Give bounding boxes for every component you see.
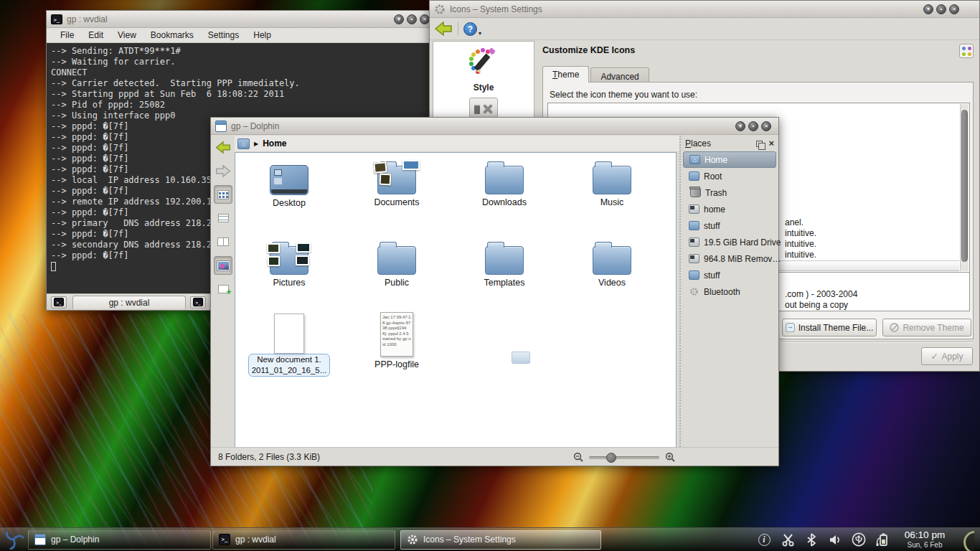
menu-view[interactable]: View	[111, 29, 143, 42]
menu-help[interactable]: Help	[247, 29, 278, 42]
volume-icon[interactable]	[828, 532, 842, 547]
minimize-button[interactable]: ▾	[735, 121, 745, 131]
menu-bookmarks[interactable]: Bookmarks	[144, 29, 200, 42]
scrollbar-thumb[interactable]	[961, 110, 968, 262]
file-label-selected: New document 1. 2011_01_20_16_5...	[248, 354, 331, 377]
menu-file[interactable]: File	[54, 29, 80, 42]
close-panel-icon[interactable]: ×	[768, 140, 774, 147]
places-item-stuff-2[interactable]: stuff	[683, 267, 776, 283]
back-button[interactable]	[214, 138, 232, 156]
folder-item-pictures[interactable]: Pictures	[239, 239, 339, 288]
folder-item-downloads[interactable]: Downloads	[454, 159, 555, 207]
places-label: Trash	[705, 188, 727, 198]
details-view-button[interactable]	[214, 209, 232, 227]
preview-button[interactable]	[214, 256, 232, 275]
help-button[interactable]: ?	[463, 22, 477, 36]
maximize-button[interactable]: •	[936, 4, 946, 14]
zoom-out-icon[interactable]	[573, 452, 584, 463]
forward-button[interactable]	[214, 161, 232, 180]
places-item-home-device[interactable]: home	[683, 201, 776, 217]
places-item-removable[interactable]: 964.8 MiB Remov…	[683, 250, 776, 267]
konsole-tab[interactable]: gp : wvdial	[72, 296, 186, 309]
overview-button[interactable]	[959, 44, 974, 58]
settings-titlebar[interactable]: Icons – System Settings	[430, 1, 979, 18]
settings-title: Icons – System Settings	[450, 4, 542, 14]
tab-advanced[interactable]: Advanced	[590, 67, 649, 83]
tab-theme[interactable]: Theme	[542, 66, 589, 83]
klipper-icon[interactable]	[781, 532, 795, 547]
columns-view-button[interactable]	[214, 232, 232, 251]
places-label: stuff	[704, 270, 720, 281]
digital-clock[interactable]: 06:10 pm Sun, 6 Feb	[899, 529, 951, 549]
folder-label: Documents	[374, 197, 419, 207]
dolphin-icon	[215, 121, 227, 132]
close-button[interactable]: ×	[761, 121, 771, 131]
close-button[interactable]: ×	[420, 14, 430, 24]
file-item-new-document[interactable]: New document 1. 2011_01_20_16_5...	[239, 312, 339, 377]
menu-settings[interactable]: Settings	[202, 29, 245, 42]
maximize-button[interactable]: •	[407, 14, 417, 24]
clock-date: Sun, 6 Feb	[899, 541, 951, 550]
install-theme-button[interactable]: Install Theme File...	[782, 319, 877, 336]
usb-device-icon[interactable]	[852, 532, 866, 547]
bluetooth-icon[interactable]	[804, 532, 819, 547]
document-icon	[274, 314, 304, 354]
dolphin-titlebar[interactable]: gp – Dolphin	[211, 118, 778, 135]
usb-glyph	[852, 532, 866, 547]
maximize-button[interactable]: •	[748, 121, 758, 131]
folder-item-documents[interactable]: Documents	[347, 159, 447, 207]
places-item-bluetooth[interactable]: Bluetooth	[683, 283, 776, 300]
task-system-settings[interactable]: Icons – System Settings	[400, 530, 601, 550]
places-item-trash[interactable]: Trash	[683, 184, 776, 201]
folder-item-videos[interactable]: Videos	[562, 239, 662, 288]
places-item-stuff[interactable]: stuff	[683, 217, 776, 234]
back-button[interactable]	[434, 21, 453, 37]
breadcrumb-home[interactable]: Home	[263, 138, 286, 149]
folder-item-templates[interactable]: Templates	[454, 239, 555, 288]
task-konsole[interactable]: >_ gp : wvdial	[212, 530, 395, 550]
places-item-home[interactable]: ⌂ Home	[683, 151, 776, 168]
minimize-button[interactable]: ▾	[394, 14, 404, 24]
install-icon	[786, 323, 795, 332]
folder-item-music[interactable]: Music	[562, 159, 662, 207]
help-dropdown-icon[interactable]: ▾	[479, 30, 481, 37]
places-item-root[interactable]: Root	[683, 168, 776, 184]
folder-item-public[interactable]: Public	[347, 239, 447, 288]
details-view-icon	[218, 214, 229, 222]
task-dolphin[interactable]: gp – Dolphin	[28, 530, 211, 550]
file-item-ppp-logfile[interactable]: Jan 17 09:47:18 gp-Aspire-5738 pppd[1946…	[347, 312, 447, 369]
panel-toolbox-cashew[interactable]	[960, 528, 974, 551]
konsole-titlebar[interactable]: >_ gp : wvdial	[47, 11, 433, 28]
desktop: >_ gp : wvdial ▾ • × File Edit View Book…	[0, 0, 980, 551]
sidebar-item-style[interactable]: Style	[433, 47, 534, 93]
places-item-hard-drive[interactable]: 19.5 GiB Hard Drive	[683, 234, 776, 250]
battery-icon[interactable]	[875, 532, 890, 547]
menu-edit[interactable]: Edit	[82, 29, 110, 42]
zoom-slider-handle[interactable]	[606, 453, 616, 463]
page-title: Customize KDE Icons	[542, 45, 635, 55]
split-view-button[interactable]	[214, 280, 232, 298]
theme-list-scrollbar[interactable]	[960, 104, 969, 271]
tab-list-button[interactable]: >_	[190, 296, 206, 309]
app-launcher-button[interactable]	[0, 528, 27, 551]
new-tab-button[interactable]: >_	[51, 296, 67, 309]
float-panel-icon[interactable]	[756, 141, 763, 147]
terminal-line: CONNECT	[51, 67, 433, 78]
icons-view-button[interactable]	[214, 185, 232, 204]
pictures-folder-icon	[270, 246, 308, 275]
zoom-slider[interactable]	[589, 456, 659, 459]
terminal-icon: >_	[219, 534, 230, 545]
apply-button[interactable]: ✓ Apply	[921, 347, 973, 365]
remove-theme-button[interactable]: Remove Theme	[882, 319, 971, 336]
drive-icon	[689, 254, 699, 263]
minimize-button[interactable]: ▾	[923, 4, 933, 14]
check-icon: ✓	[930, 352, 938, 362]
style-pencil-icon	[468, 47, 499, 77]
folder-view[interactable]: Desktop Documents Downloads Music	[235, 152, 677, 448]
folder-item-desktop[interactable]: Desktop	[239, 159, 339, 208]
close-button[interactable]: ×	[949, 4, 959, 14]
zoom-in-icon[interactable]	[665, 452, 676, 463]
home-icon[interactable]: ⌂	[237, 138, 250, 149]
notifications-icon[interactable]: i	[757, 532, 771, 547]
konsole-icon: >_	[51, 14, 62, 24]
